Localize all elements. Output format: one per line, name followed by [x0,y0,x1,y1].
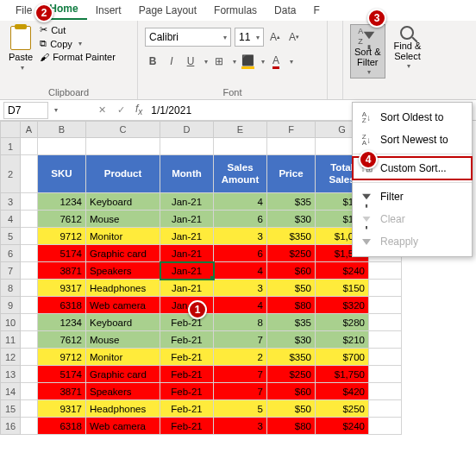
row-header[interactable]: 5 [0,228,21,245]
cell[interactable]: 5174 [38,245,86,262]
row-header[interactable]: 4 [0,211,21,228]
cell[interactable] [369,262,402,280]
cell[interactable]: Jan-21 [160,211,214,228]
cell[interactable]: $210 [316,331,369,349]
cell[interactable]: 3 [214,280,267,297]
cell[interactable]: 4 [214,193,267,211]
cell[interactable] [21,211,38,228]
cell[interactable]: $350 [267,349,316,366]
font-size-select[interactable]: 11▾ [235,28,264,47]
find-select-button[interactable]: Find & Select ▾ [391,24,425,79]
cell[interactable]: Web camera [86,297,160,314]
cell[interactable]: 7 [214,331,267,349]
tab-page-layout[interactable]: Page Layout [130,1,205,20]
cell[interactable] [21,193,38,211]
cell[interactable]: Jan-21 [160,228,214,245]
name-box[interactable]: D7 [3,102,48,119]
sort-newest-item[interactable]: ZA↓ Sort Newest to [353,129,472,151]
cell[interactable]: 9712 [38,228,86,245]
row-header[interactable]: 9 [0,297,21,314]
cell[interactable]: 6318 [38,418,86,435]
cell[interactable]: 3871 [38,262,86,280]
cell[interactable] [21,383,38,400]
italic-button[interactable]: I [164,52,179,71]
cell[interactable]: $35 [267,314,316,331]
tab-f[interactable]: F [304,1,328,20]
cell[interactable] [369,400,402,418]
tab-formulas[interactable]: Formulas [205,1,266,20]
cell[interactable]: 9712 [38,349,86,366]
cell[interactable]: 4 [214,262,267,280]
font-name-select[interactable]: Calibri▾ [145,28,231,47]
table-header-cell[interactable]: SKU [38,155,86,193]
cell[interactable]: $30 [267,211,316,228]
cell[interactable] [267,138,316,155]
cell[interactable] [369,383,402,400]
cell[interactable]: 2 [214,349,267,366]
cell[interactable]: Monitor [86,228,160,245]
cell[interactable] [21,280,38,297]
row-header[interactable]: 10 [0,314,21,331]
cell[interactable]: $50 [267,400,316,418]
row-header[interactable]: 13 [0,366,21,383]
row-header[interactable]: 11 [0,331,21,349]
cell[interactable]: $1,750 [316,366,369,383]
cell[interactable] [21,366,38,383]
column-header[interactable]: A [21,121,38,138]
row-header[interactable]: 15 [0,400,21,418]
cell[interactable]: $60 [267,262,316,280]
cell[interactable] [21,245,38,262]
row-header[interactable]: 14 [0,383,21,400]
sort-filter-button[interactable]: Sort & Filter ▾ [350,24,385,79]
cell[interactable] [21,418,38,435]
cell[interactable]: 7612 [38,211,86,228]
copy-button[interactable]: ⧉ Copy ▾ [40,38,116,49]
row-header[interactable]: 6 [0,245,21,262]
cell[interactable] [21,400,38,418]
cell[interactable]: $150 [316,280,369,297]
column-header[interactable]: B [38,121,86,138]
cell[interactable]: 7612 [38,331,86,349]
cell[interactable]: Jan-21 [160,262,214,280]
fill-color-button[interactable]: ⬛ [240,52,255,71]
cell[interactable]: $35 [267,193,316,211]
cell[interactable] [21,138,38,155]
cell[interactable]: $320 [316,297,369,314]
table-header-cell[interactable]: Product [86,155,160,193]
increase-font-button[interactable]: A▴ [267,28,283,47]
cell[interactable]: $700 [316,349,369,366]
chevron-down-icon[interactable]: ▾ [54,106,58,114]
cell[interactable]: Graphic card [86,366,160,383]
cell[interactable]: 7 [214,366,267,383]
cell[interactable] [21,331,38,349]
cell[interactable] [21,262,38,280]
cell[interactable] [21,297,38,314]
cell[interactable]: 3871 [38,383,86,400]
cell[interactable]: Keyboard [86,314,160,331]
cell[interactable] [369,349,402,366]
cell[interactable]: 7 [214,383,267,400]
row-header[interactable]: 12 [0,349,21,366]
cell[interactable]: $250 [316,400,369,418]
cell[interactable] [21,228,38,245]
cell[interactable]: Headphones [86,400,160,418]
row-header[interactable]: 8 [0,280,21,297]
table-header-cell[interactable]: Month [160,155,214,193]
table-header-cell[interactable] [21,155,38,193]
cell[interactable] [369,366,402,383]
cell[interactable]: Headphones [86,280,160,297]
cell[interactable]: $80 [267,297,316,314]
cell[interactable]: $250 [267,245,316,262]
bold-button[interactable]: B [145,52,160,71]
cell[interactable] [369,418,402,435]
cell[interactable]: 3 [214,228,267,245]
cell[interactable] [21,314,38,331]
format-painter-button[interactable]: 🖌 Format Painter [40,52,116,62]
tab-insert[interactable]: Insert [87,1,130,20]
cell[interactable]: 1234 [38,193,86,211]
cell[interactable]: Feb-21 [160,400,214,418]
cell[interactable]: $50 [267,280,316,297]
cell[interactable] [38,138,86,155]
cell[interactable] [21,349,38,366]
cancel-formula-button[interactable]: ✕ [92,104,111,116]
